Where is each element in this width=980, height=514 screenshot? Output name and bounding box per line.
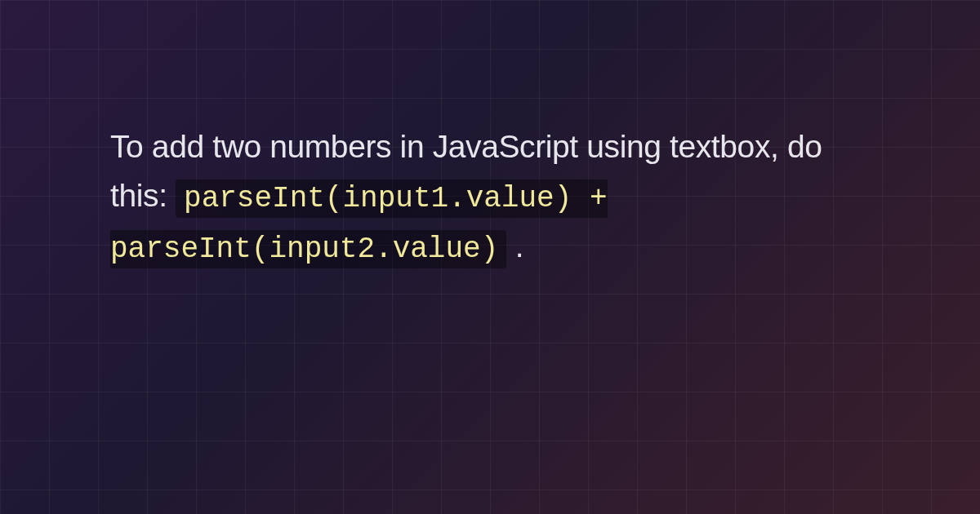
code-snippet: parseInt(input1.value) + parseInt(input2…: [110, 179, 608, 268]
trailing-text: .: [515, 228, 523, 264]
description-paragraph: To add two numbers in JavaScript using t…: [110, 122, 870, 273]
content-area: To add two numbers in JavaScript using t…: [0, 0, 980, 273]
